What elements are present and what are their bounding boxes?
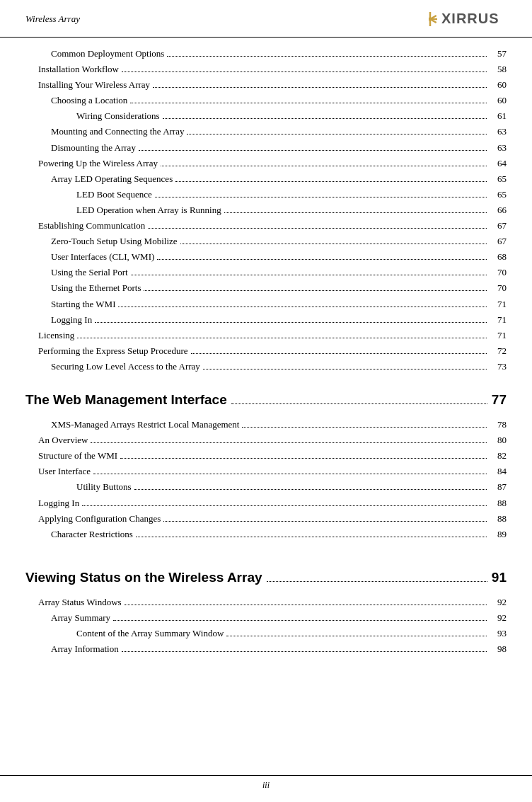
toc-entries-viewing: Array Status Windows92Array Summary92Con… (25, 595, 507, 657)
toc-dots-installing-wireless (153, 87, 487, 88)
logo-area: XIRRUS (429, 7, 507, 31)
page-footer: iii (0, 775, 532, 791)
toc-page-express-setup: 72 (490, 343, 507, 359)
section-viewing-title: Viewing Status on the Wireless Array (25, 565, 262, 590)
toc-page-applying-config: 88 (490, 511, 507, 527)
toc-dots-express-setup (191, 353, 487, 354)
toc-page-array-led: 65 (490, 171, 507, 187)
toc-dots-common-deployment (167, 56, 487, 57)
toc-dots-wiring-considerations (163, 118, 487, 119)
section-viewing-dots (267, 581, 487, 582)
toc-entry-licensing: Licensing71 (25, 328, 507, 343)
toc-page-wiring-considerations: 61 (490, 108, 507, 124)
section-web-mgmt-dots (231, 403, 487, 404)
toc-page-establishing-comm: 67 (490, 218, 507, 234)
toc-dots-mounting-connecting (187, 134, 487, 134)
toc-entry-array-status-windows: Array Status Windows92 (25, 595, 507, 610)
toc-entry-label-xms-managed: XMS-Managed Arrays Restrict Local Manage… (51, 417, 239, 432)
toc-dots-char-restrictions (136, 537, 487, 537)
toc-entry-content-array-summary: Content of the Array Summary Window93 (25, 626, 507, 641)
toc-entry-label-installation-workflow: Installation Workflow (38, 62, 119, 77)
header-title: Wireless Array (25, 13, 80, 25)
toc-container: Common Deployment Options57Installation … (0, 38, 532, 671)
toc-entry-dismounting: Dismounting the Array63 (25, 140, 507, 156)
toc-entry-label-structure-wmi: Structure of the WMI (38, 448, 117, 464)
toc-entry-label-applying-config: Applying Configuration Changes (38, 511, 161, 527)
toc-entry-label-char-restrictions: Character Restrictions (51, 527, 133, 542)
toc-page-dismounting: 63 (490, 140, 507, 156)
toc-page-logging-in-1: 71 (490, 312, 507, 328)
toc-dots-installation-workflow (122, 71, 487, 72)
svg-text:XIRRUS: XIRRUS (441, 11, 499, 26)
toc-entry-array-information: Array Information98 (25, 641, 507, 657)
toc-entry-starting-wmi: Starting the WMI71 (25, 297, 507, 312)
toc-entry-label-securing-low: Securing Low Level Access to the Array (51, 359, 200, 374)
toc-dots-array-status-windows (125, 605, 487, 605)
toc-entry-establishing-comm: Establishing Communication67 (25, 218, 507, 234)
toc-page-user-interface: 84 (490, 464, 507, 479)
toc-entry-label-zero-touch: Zero-Touch Setup Using Mobilize (51, 234, 178, 249)
toc-entry-user-interfaces: User Interfaces (CLI, WMI)68 (25, 249, 507, 265)
toc-page-user-interfaces: 68 (490, 249, 507, 265)
toc-entry-array-led: Array LED Operating Sequences65 (25, 171, 507, 187)
toc-entry-label-an-overview: An Overview (38, 432, 88, 448)
toc-page-starting-wmi: 71 (490, 297, 507, 312)
toc-entry-label-mounting-connecting: Mounting and Connecting the Array (51, 124, 184, 139)
toc-dots-licensing (77, 338, 487, 338)
section-viewing-page: 91 (492, 565, 507, 590)
toc-page-logging-in-2: 88 (490, 495, 507, 511)
toc-dots-user-interfaces (157, 259, 487, 260)
toc-dots-choosing-location (130, 103, 487, 103)
toc-entry-label-choosing-location: Choosing a Location (51, 93, 127, 108)
toc-page-an-overview: 80 (490, 432, 507, 448)
toc-dots-array-information (122, 651, 487, 652)
toc-entry-installation-workflow: Installation Workflow58 (25, 62, 507, 77)
toc-entry-label-content-array-summary: Content of the Array Summary Window (76, 626, 224, 641)
toc-dots-zero-touch (180, 244, 487, 244)
toc-entry-label-dismounting: Dismounting the Array (51, 140, 136, 156)
toc-dots-array-summary (113, 620, 487, 621)
toc-entry-powering-up: Powering Up the Wireless Array64 (25, 156, 507, 171)
toc-entry-xms-managed: XMS-Managed Arrays Restrict Local Manage… (25, 417, 507, 432)
toc-dots-an-overview (91, 442, 487, 443)
toc-dots-led-boot (155, 197, 487, 197)
toc-entry-express-setup: Performing the Express Setup Procedure72 (25, 343, 507, 359)
toc-page-content-array-summary: 93 (490, 626, 507, 641)
toc-page-powering-up: 64 (490, 156, 507, 171)
toc-dots-dismounting (139, 150, 487, 151)
toc-page-common-deployment: 57 (490, 46, 507, 62)
toc-entry-led-boot: LED Boot Sequence65 (25, 187, 507, 202)
toc-dots-establishing-comm (148, 228, 487, 229)
toc-entry-an-overview: An Overview80 (25, 432, 507, 448)
toc-dots-starting-wmi (118, 307, 487, 307)
toc-page-xms-managed: 78 (490, 417, 507, 432)
toc-entry-logging-in-2: Logging In88 (25, 495, 507, 511)
toc-entry-logging-in-1: Logging In71 (25, 312, 507, 328)
toc-dots-logging-in-1 (95, 322, 487, 323)
toc-entry-utility-buttons: Utility Buttons87 (25, 479, 507, 495)
toc-entry-choosing-location: Choosing a Location60 (25, 93, 507, 108)
toc-page-zero-touch: 67 (490, 234, 507, 249)
toc-entry-label-starting-wmi: Starting the WMI (51, 297, 115, 312)
toc-entry-label-user-interface: User Interface (38, 464, 91, 479)
toc-entry-label-serial-port: Using the Serial Port (51, 265, 128, 280)
toc-page-utility-buttons: 87 (490, 479, 507, 495)
toc-entry-serial-port: Using the Serial Port70 (25, 265, 507, 280)
toc-page-array-summary: 92 (490, 610, 507, 626)
toc-dots-ethernet-ports (144, 290, 487, 291)
toc-entry-installing-wireless: Installing Your Wireless Array60 (25, 77, 507, 93)
toc-entry-label-powering-up: Powering Up the Wireless Array (38, 156, 158, 171)
toc-dots-led-operation (224, 212, 487, 213)
toc-page-ethernet-ports: 70 (490, 280, 507, 296)
toc-entry-securing-low: Securing Low Level Access to the Array73 (25, 359, 507, 374)
toc-dots-structure-wmi (120, 458, 487, 459)
toc-entry-label-express-setup: Performing the Express Setup Procedure (38, 343, 188, 359)
toc-entry-applying-config: Applying Configuration Changes88 (25, 511, 507, 527)
toc-entry-label-common-deployment: Common Deployment Options (51, 46, 164, 62)
toc-page-array-information: 98 (490, 641, 507, 657)
toc-entry-zero-touch: Zero-Touch Setup Using Mobilize67 (25, 234, 507, 249)
toc-dots-powering-up (161, 166, 487, 166)
toc-entry-label-led-operation: LED Operation when Array is Running (76, 202, 221, 218)
toc-dots-array-led (175, 181, 487, 182)
toc-page-installation-workflow: 58 (490, 62, 507, 77)
